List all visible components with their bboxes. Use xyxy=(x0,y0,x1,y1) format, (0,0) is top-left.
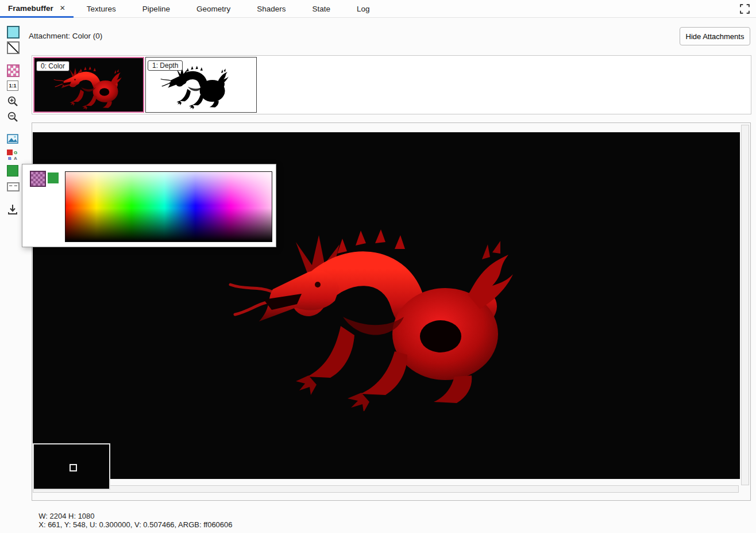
attachment-thumb-depth[interactable]: 1: Depth xyxy=(145,57,257,113)
tab-framebuffer[interactable]: Framebuffer ✕ xyxy=(0,0,74,18)
tab-shaders-label: Shaders xyxy=(257,5,286,13)
tab-geometry[interactable]: Geometry xyxy=(183,0,244,17)
zoom-in-icon[interactable] xyxy=(7,95,18,107)
blue-channel-letter: B xyxy=(7,155,13,161)
zoom-preview-cursor xyxy=(70,464,77,471)
tab-textures[interactable]: Textures xyxy=(74,0,129,17)
status-bar: W: 2204 H: 1080 X: 661, Y: 548, U: 0.300… xyxy=(34,503,241,529)
tab-bar: Framebuffer ✕ Textures Pipeline Geometry… xyxy=(0,0,756,18)
green-channel-letter: G xyxy=(13,149,18,155)
alpha-channel-letter: A xyxy=(13,155,18,161)
red-channel-block xyxy=(7,149,13,155)
status-dimensions: W: 2204 H: 1080 xyxy=(38,512,94,520)
picked-color-swatch[interactable] xyxy=(48,172,59,183)
tab-state-label: State xyxy=(312,5,330,13)
color-picker-popup xyxy=(22,164,276,247)
attachments-panel: 0: Color 1: Depth xyxy=(32,55,751,114)
background-color-swatch-icon[interactable] xyxy=(7,26,20,39)
fullscreen-icon[interactable] xyxy=(740,4,750,14)
hue-saturation-gradient[interactable] xyxy=(65,171,272,242)
letterbox-line xyxy=(9,185,17,186)
rgba-channels-icon[interactable]: G B A xyxy=(7,149,18,161)
close-tab-icon[interactable]: ✕ xyxy=(60,4,65,12)
vertical-scrollbar[interactable] xyxy=(741,125,749,485)
zoom-out-icon[interactable] xyxy=(7,111,18,122)
status-cursor-info: X: 661, Y: 548, U: 0.300000, V: 0.507466… xyxy=(38,520,232,529)
no-background-icon[interactable] xyxy=(7,41,20,54)
attachment-chip: 1: Depth xyxy=(148,60,183,71)
tab-log[interactable]: Log xyxy=(344,0,383,17)
tab-shaders[interactable]: Shaders xyxy=(244,0,299,17)
zoom-actual-size-icon[interactable]: 1:1 xyxy=(7,80,18,91)
tab-geometry-label: Geometry xyxy=(196,5,230,13)
attachment-thumb-color[interactable]: 0: Color xyxy=(33,57,144,113)
color-picker-swatch-icon[interactable] xyxy=(7,165,18,177)
zoom-preview-overlay xyxy=(33,443,110,490)
checkerboard-background-icon[interactable] xyxy=(7,64,20,77)
save-image-icon[interactable] xyxy=(7,204,18,215)
tab-pipeline[interactable]: Pipeline xyxy=(129,0,183,17)
tab-framebuffer-label: Framebuffer xyxy=(8,4,53,13)
horizontal-scrollbar[interactable] xyxy=(33,485,739,493)
attachment-label: Attachment: Color (0) xyxy=(29,32,102,40)
hide-attachments-button[interactable]: Hide Attachments xyxy=(680,27,750,45)
tab-pipeline-label: Pipeline xyxy=(142,5,170,13)
tab-textures-label: Textures xyxy=(87,5,116,13)
fit-image-icon[interactable] xyxy=(7,134,18,144)
tab-log-label: Log xyxy=(357,5,370,13)
current-color-swatch[interactable] xyxy=(30,171,46,187)
attachment-chip: 0: Color xyxy=(36,61,70,71)
letterbox-icon[interactable] xyxy=(7,182,20,191)
tab-state[interactable]: State xyxy=(299,0,344,17)
